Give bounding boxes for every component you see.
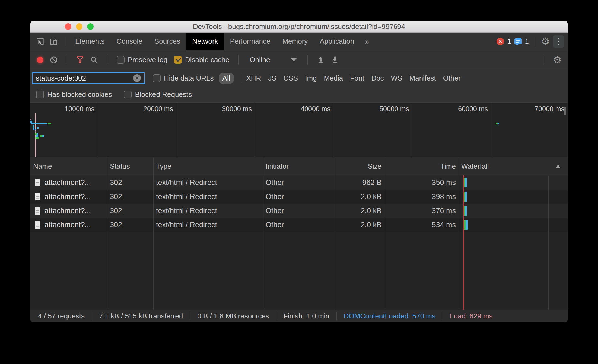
column-header-name[interactable]: Name	[33, 157, 104, 175]
tab-elements[interactable]: Elements	[69, 33, 110, 50]
timeline-tick-label: 20000 ms	[143, 105, 173, 113]
blocked-requests-label: Blocked Requests	[135, 90, 192, 99]
type-filter-xhr[interactable]: XHR	[246, 74, 261, 82]
preserve-log-checkbox[interactable]	[117, 56, 125, 64]
hide-data-urls-checkbox[interactable]	[153, 74, 161, 82]
type-filter-ws[interactable]: WS	[391, 74, 402, 82]
import-har-icon[interactable]	[317, 56, 325, 64]
overview-request-bar	[35, 129, 36, 130]
column-divider	[459, 157, 459, 175]
cell-status: 302	[110, 218, 151, 232]
filter-text-input[interactable]: status-code:302 ✕	[32, 72, 145, 84]
type-filter-media[interactable]: Media	[324, 74, 343, 82]
request-row[interactable]: attachment?...302text/html / RedirectOth…	[30, 204, 568, 218]
has-blocked-cookies-checkbox[interactable]	[36, 91, 44, 98]
network-settings-gear-icon[interactable]: ⚙	[553, 55, 562, 65]
overview-request-bar	[36, 135, 38, 137]
waterfall-load-event-line	[463, 175, 464, 310]
throttling-dropdown[interactable]: Online	[248, 56, 298, 64]
blocked-requests-toggle[interactable]: Blocked Requests	[124, 90, 192, 99]
cell-size: 2.0 kB	[338, 218, 381, 232]
disable-cache-toggle[interactable]: Disable cache	[174, 56, 229, 64]
request-row[interactable]: attachment?...302text/html / RedirectOth…	[30, 175, 568, 190]
cell-time: 350 ms	[387, 175, 456, 190]
separator	[107, 55, 107, 65]
tab-memory[interactable]: Memory	[276, 33, 314, 50]
cell-type: text/html / Redirect	[156, 190, 259, 204]
type-filter-font[interactable]: Font	[350, 74, 364, 82]
chevron-down-icon	[291, 58, 297, 62]
device-toolbar-icon[interactable]	[50, 38, 58, 45]
column-header-time[interactable]: Time	[387, 157, 456, 175]
devtools-tabbar: ElementsConsoleSourcesNetworkPerformance…	[30, 33, 568, 50]
type-filter-all[interactable]: All	[219, 73, 234, 84]
kebab-menu-button[interactable]	[553, 35, 564, 48]
disable-cache-checkbox[interactable]	[174, 56, 182, 64]
export-har-icon[interactable]	[331, 56, 339, 64]
waterfall-bar-download	[465, 206, 467, 216]
cell-type: text/html / Redirect	[156, 175, 259, 190]
request-row[interactable]: attachment?...302text/html / RedirectOth…	[30, 218, 568, 232]
column-header-size[interactable]: Size	[338, 157, 381, 175]
filter-funnel-icon[interactable]	[76, 56, 84, 64]
tab-sources[interactable]: Sources	[148, 33, 186, 50]
type-filter-css[interactable]: CSS	[284, 74, 298, 82]
timeline-tick-label: 40000 ms	[301, 105, 330, 113]
tab-performance[interactable]: Performance	[224, 33, 276, 50]
tab-application[interactable]: Application	[314, 33, 360, 50]
overview-request-bar	[35, 133, 37, 135]
has-blocked-cookies-toggle[interactable]: Has blocked cookies	[36, 90, 112, 99]
cell-time: 376 ms	[387, 204, 456, 218]
hide-data-urls-toggle[interactable]: Hide data URLs	[153, 74, 214, 82]
issues-message-icon[interactable]	[514, 38, 522, 44]
column-divider	[384, 175, 384, 310]
cell-type: text/html / Redirect	[156, 218, 259, 232]
request-row[interactable]: attachment?...302text/html / RedirectOth…	[30, 190, 568, 204]
separator	[543, 55, 543, 65]
overview-request-bar	[37, 127, 39, 129]
cell-size: 2.0 kB	[338, 204, 381, 218]
overview-request-bar	[40, 135, 42, 137]
document-icon	[35, 193, 40, 200]
tab-console[interactable]: Console	[110, 33, 148, 50]
dom-content-loaded-time[interactable]: DOMContentLoaded: 570 ms	[336, 312, 443, 320]
column-header-initiator[interactable]: Initiator	[266, 157, 331, 175]
type-filter-js[interactable]: JS	[268, 74, 276, 82]
column-header-waterfall[interactable]: Waterfall	[461, 157, 543, 175]
cell-name: attachment?...	[44, 175, 104, 190]
column-divider	[336, 157, 336, 175]
cell-initiator: Other	[266, 175, 331, 190]
clear-network-log-icon[interactable]	[50, 56, 58, 64]
timeline-gridline	[176, 103, 176, 157]
clear-filter-icon[interactable]: ✕	[133, 74, 141, 82]
type-filter-manifest[interactable]: Manifest	[409, 74, 436, 82]
more-tabs-chevron[interactable]: »	[360, 33, 374, 50]
tab-network[interactable]: Network	[186, 33, 224, 50]
overview-request-bar	[33, 125, 34, 127]
throttling-value: Online	[250, 56, 270, 64]
minimize-window-button[interactable]	[76, 23, 82, 30]
preserve-log-toggle[interactable]: Preserve log	[117, 56, 167, 64]
column-header-type[interactable]: Type	[156, 157, 259, 175]
overview-request-bar	[36, 137, 39, 139]
close-window-button[interactable]	[65, 23, 71, 30]
zoom-window-button[interactable]	[87, 23, 94, 30]
type-filter-other[interactable]: Other	[443, 74, 461, 82]
sort-ascending-icon[interactable]	[556, 164, 561, 168]
transferred-size: 7.1 kB / 515 kB transferred	[92, 312, 190, 320]
overview-scrollbar-thumb[interactable]	[564, 107, 566, 115]
cell-size: 2.0 kB	[338, 190, 381, 204]
error-badge-icon[interactable]: ✕	[497, 38, 504, 45]
network-overview-timeline[interactable]: 10000 ms20000 ms30000 ms40000 ms50000 ms…	[30, 103, 568, 157]
search-icon[interactable]	[90, 56, 98, 64]
type-filter-doc[interactable]: Doc	[371, 74, 384, 82]
blocked-requests-checkbox[interactable]	[124, 91, 132, 98]
record-network-log-button[interactable]	[37, 57, 43, 63]
column-header-status[interactable]: Status	[110, 157, 151, 175]
inspect-element-icon[interactable]	[36, 38, 44, 45]
settings-gear-icon[interactable]: ⚙	[541, 37, 550, 46]
overview-request-bar	[31, 123, 47, 124]
macos-titlebar[interactable]: DevTools - bugs.chromium.org/p/chromium/…	[30, 21, 568, 33]
cell-time: 398 ms	[387, 190, 456, 204]
type-filter-img[interactable]: Img	[305, 74, 317, 82]
